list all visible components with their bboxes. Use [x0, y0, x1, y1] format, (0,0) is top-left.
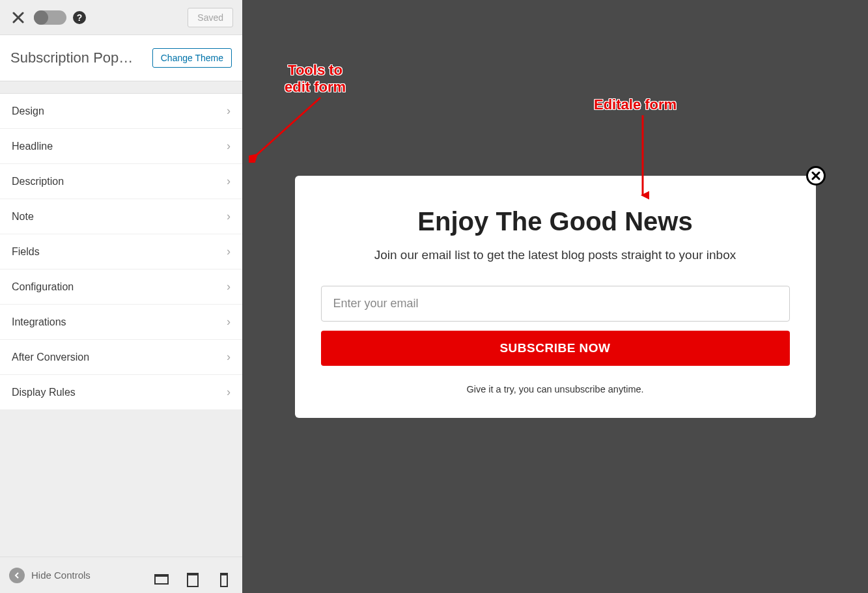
top-bar: ? Saved [0, 0, 242, 35]
chevron-right-icon: › [227, 104, 231, 118]
subscribe-button[interactable]: SUBSCRIBE NOW [321, 331, 790, 366]
arrow-to-sidebar [249, 91, 327, 163]
chevron-right-icon: › [227, 280, 231, 294]
popup-headline[interactable]: Enjoy The Good News [321, 207, 790, 236]
popup-close-icon[interactable] [806, 166, 826, 186]
menu-item-fields[interactable]: Fields › [0, 234, 242, 269]
menu-item-display-rules[interactable]: Display Rules › [0, 375, 242, 410]
popup-wrapper: Enjoy The Good News Join our email list … [295, 176, 816, 418]
menu-item-note[interactable]: Note › [0, 199, 242, 234]
title-bar: Subscription Pop… Change Theme [0, 35, 242, 81]
menu-item-description[interactable]: Description › [0, 164, 242, 199]
email-input[interactable] [321, 286, 790, 322]
popup-description[interactable]: Join our email list to get the latest bl… [321, 248, 790, 262]
preview-canvas: Enjoy The Good News Join our email list … [242, 0, 868, 593]
annotation-tools: Tools to edit form [285, 62, 346, 96]
menu-label: Fields [12, 246, 227, 258]
chevron-right-icon: › [227, 139, 231, 153]
svg-rect-5 [221, 573, 227, 575]
chevron-right-icon: › [227, 210, 231, 223]
change-theme-button[interactable]: Change Theme [152, 48, 232, 68]
chevron-right-icon: › [227, 350, 231, 364]
menu-label: Description [12, 176, 227, 187]
menu-item-headline[interactable]: Headline › [0, 129, 242, 164]
menu-item-after-conversion[interactable]: After Conversion › [0, 340, 242, 375]
annotation-editable: Editale form [594, 96, 677, 113]
mobile-device-icon[interactable] [216, 572, 232, 588]
chevron-right-icon: › [227, 385, 231, 399]
chevron-right-icon: › [227, 245, 231, 258]
svg-rect-3 [188, 573, 198, 575]
menu-item-design[interactable]: Design › [0, 94, 242, 129]
publish-toggle[interactable] [34, 10, 66, 25]
menu-label: Configuration [12, 281, 227, 293]
menu-label: Note [12, 211, 227, 223]
help-icon[interactable]: ? [73, 11, 86, 24]
subscription-popup[interactable]: Enjoy The Good News Join our email list … [295, 176, 816, 418]
svg-rect-1 [155, 575, 168, 577]
desktop-device-icon[interactable] [154, 572, 169, 588]
menu-item-integrations[interactable]: Integrations › [0, 305, 242, 340]
settings-menu: Design › Headline › Description › Note ›… [0, 93, 242, 410]
menu-label: Integrations [12, 316, 227, 328]
close-icon[interactable] [9, 8, 27, 27]
collapse-icon[interactable] [9, 568, 25, 583]
popup-note[interactable]: Give it a try, you can unsubscribe anyti… [321, 384, 790, 394]
chevron-right-icon: › [227, 174, 231, 188]
tablet-device-icon[interactable] [185, 572, 201, 588]
saved-button: Saved [188, 8, 233, 27]
sidebar-footer: Hide Controls [0, 557, 242, 593]
sidebar: ? Saved Subscription Pop… Change Theme D… [0, 0, 242, 593]
menu-label: Headline [12, 141, 227, 152]
menu-label: Display Rules [12, 387, 227, 398]
menu-label: Design [12, 105, 227, 117]
menu-item-configuration[interactable]: Configuration › [0, 269, 242, 305]
menu-label: After Conversion [12, 352, 227, 363]
chevron-right-icon: › [227, 315, 231, 329]
page-title: Subscription Pop… [10, 49, 145, 66]
hide-controls-link[interactable]: Hide Controls [31, 570, 91, 581]
